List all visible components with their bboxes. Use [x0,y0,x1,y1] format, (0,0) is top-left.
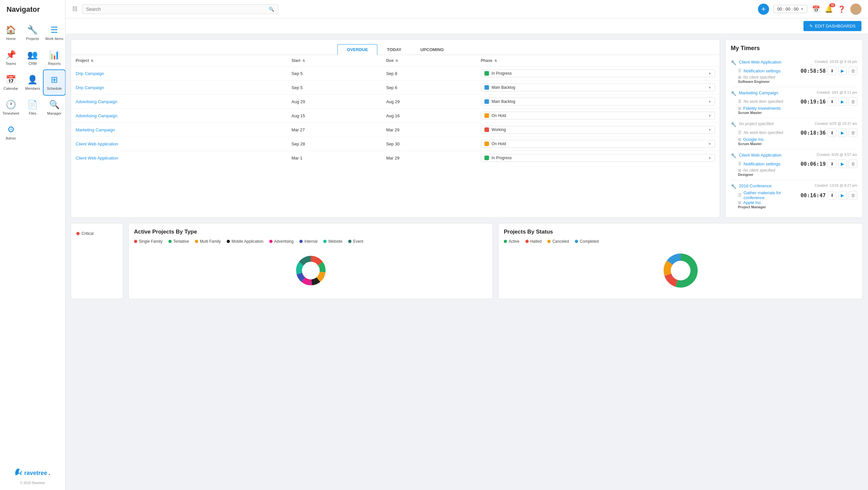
wi-tab-overdue[interactable]: OVERDUE [337,44,377,55]
timer-delete-btn[interactable]: 🗑 [849,66,857,75]
timer-download-btn[interactable]: ⬇ [828,66,836,75]
project-link[interactable]: Advertising Campaign [76,99,117,104]
wrench-icon: 🔧 [731,153,736,158]
critical-badge: Critical [76,231,118,236]
phase-badge[interactable]: In Progress ▼ [481,69,715,77]
timer-project[interactable]: Client Web Application [739,153,781,157]
svg-point-3 [854,6,858,10]
wi-table-head: Project ⇅ Start ⇅ Due ⇅ Phase ⇅ [71,55,720,66]
legend-item: Website [323,239,342,244]
sidebar-item-teams[interactable]: 📌 Teams [0,45,22,70]
active-projects-chart [134,248,487,294]
project-link[interactable]: Drip Campaign [76,71,104,76]
phase-badge[interactable]: Main Backlog ▼ [481,84,715,91]
due-cell: Aug 29 [381,95,476,109]
timer-download-btn[interactable]: ⬇ [828,159,836,168]
timer-project[interactable]: Client Web Application [739,60,781,64]
sidebar-item-home[interactable]: 🏠 Home [0,20,22,45]
timer-client[interactable]: Apple Inc. [743,200,762,205]
legend-item: Advertising [269,239,293,244]
topbar-right: + 00 : 00 : 00 ▼ 📅 🔔 70 ❓ [758,4,862,15]
phase-badge[interactable]: On Hold ▼ [481,140,715,148]
work-items-table: Project ⇅ Start ⇅ Due ⇅ Phase ⇅ Drip Cam… [71,55,720,165]
timer-row1: 🔧 Client Web Application Created: 10/18 … [731,60,857,65]
sidebar-item-timesheet[interactable]: 🕐 Timesheet [0,95,22,120]
project-link[interactable]: Drip Campaign [76,85,104,90]
sidebar-item-files[interactable]: 📄 Files [22,95,43,120]
timer-play-btn[interactable]: ▶ [838,159,847,168]
timer-row2: ☰ No work item specified 00:19:16 ⬇ ▶ 🗑 [738,97,857,106]
sidebar-item-crm[interactable]: 👥 CRM [22,45,43,70]
phase-chevron-icon: ▼ [708,114,711,118]
table-row: Drip Campaign Sep 5 Sep 6 Main Backlog ▼ [71,81,720,95]
phase-badge[interactable]: On Hold ▼ [481,112,715,120]
phase-badge[interactable]: Working ▼ [481,126,715,134]
col-phase[interactable]: Phase ⇅ [476,55,720,66]
start-cell: Aug 15 [287,109,381,123]
timer-delete-btn[interactable]: 🗑 [849,128,857,137]
notification-btn[interactable]: 🔔 70 [825,5,833,13]
timer-work-item[interactable]: Notification settings [744,68,780,73]
edit-icon: ✎ [809,24,813,29]
col-project[interactable]: Project ⇅ [71,55,287,66]
project-link[interactable]: Advertising Campaign [76,113,117,118]
timer-delete-btn[interactable]: 🗑 [849,97,857,106]
timer-delete-btn[interactable]: 🗑 [849,191,857,200]
timer-delete-btn[interactable]: 🗑 [849,159,857,168]
sidebar-item-reports[interactable]: 📊 Reports [43,45,65,70]
timer-widget[interactable]: 00 : 00 : 00 ▼ [774,5,807,13]
admin-icon: ⚙ [7,124,15,134]
search-icon: 🔍 [269,6,274,12]
sidebar-item-projects[interactable]: 🔧 Projects [22,20,43,45]
timer-project[interactable]: 2018 Conference [739,183,772,188]
critical-label: Critical [82,231,94,236]
timer-controls: 00:18:36 ⬇ ▶ 🗑 [801,128,857,137]
wrench-icon: 🔧 [731,122,736,127]
search-input[interactable] [86,6,269,12]
edit-dashboards-button[interactable]: ✎ EDIT DASHBOARDS [804,21,862,31]
project-link[interactable]: Marketing Campaign [76,127,115,132]
timer-download-btn[interactable]: ⬇ [828,191,836,200]
schedule-icon: ⊞ [51,75,58,85]
phase-badge[interactable]: In Progress ▼ [481,154,715,162]
calendar-icon-btn[interactable]: 📅 [812,5,820,13]
timer-row1: 🔧 No project specified Created: 6/29 @ 1… [731,122,857,127]
help-btn[interactable]: ❓ [838,5,846,13]
sidebar-item-schedule[interactable]: ⊞ Schedule [43,70,65,95]
start-cell: Aug 29 [287,95,381,109]
avatar[interactable] [850,4,862,15]
col-start[interactable]: Start ⇅ [287,55,381,66]
sidebar-item-members[interactable]: 👤 Members [22,70,43,95]
timer-work-item[interactable]: Notification settings [744,161,780,166]
project-link[interactable]: Client Web Application [76,156,118,160]
timer-play-btn[interactable]: ▶ [838,66,847,75]
phase-badge[interactable]: Main Backlog ▼ [481,98,715,105]
wi-tab-upcoming[interactable]: UPCOMING [411,44,453,55]
timer-download-btn[interactable]: ⬇ [828,97,836,106]
timer-play-btn[interactable]: ▶ [838,191,847,200]
sidebar-item-admin[interactable]: ⚙ Admin [0,120,22,145]
sidebar-item-manager[interactable]: 🔍 Manager [43,95,65,120]
timer-client[interactable]: Fidelity Investments [743,106,781,111]
phase-cell: In Progress ▼ [476,151,720,165]
timer-play-btn[interactable]: ▶ [838,128,847,137]
timer-work-item[interactable]: Gather materials for conference [744,190,799,200]
timer-download-btn[interactable]: ⬇ [828,128,836,137]
link-icon[interactable]: ⛓ [72,6,78,12]
timer-project[interactable]: Marketing Campaign [739,90,778,95]
teams-icon: 📌 [6,50,16,60]
wi-tab-today[interactable]: TODAY [377,44,411,55]
status-label: Active [509,239,520,244]
sidebar-item-calendar[interactable]: 📅 Calendar [0,70,22,95]
timer-client: No client specified [743,168,775,173]
timer-play-btn[interactable]: ▶ [838,97,847,106]
legend-item: Multi Family [195,239,221,244]
start-cell: Sep 5 [287,81,381,95]
add-button[interactable]: + [758,4,769,15]
project-link[interactable]: Client Web Application [76,142,118,146]
timer-entry: 🔧 Marketing Campaign Created: 10/1 @ 6:1… [731,87,857,118]
timer-client[interactable]: Google Inc. [743,137,765,142]
col-due[interactable]: Due ⇅ [381,55,476,66]
timer-row2: ☰ Notification settings 00:06:19 ⬇ ▶ 🗑 [738,159,857,168]
sidebar-item-work-items[interactable]: ☰ Work Items [43,20,65,45]
